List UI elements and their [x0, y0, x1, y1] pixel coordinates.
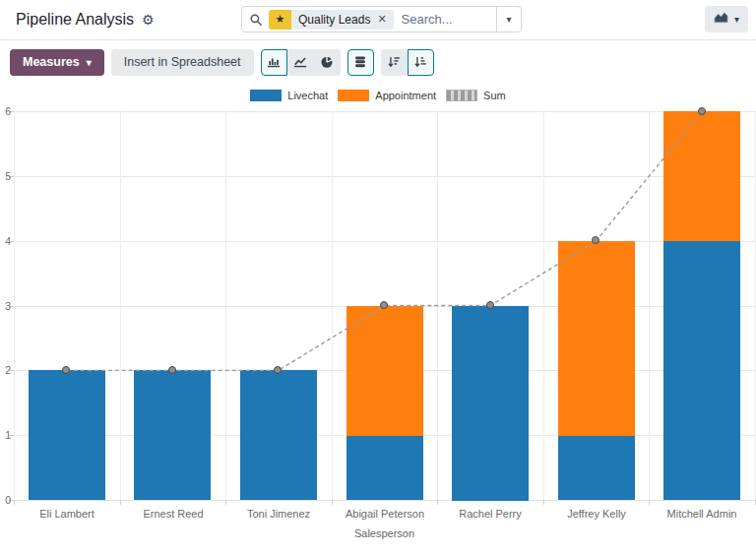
y-tick-label: 5	[0, 170, 11, 182]
control-panel: Measures ▾ Insert in Spreadsheet	[0, 40, 756, 84]
line-chart-icon	[293, 55, 307, 69]
legend-item-appointment[interactable]: Appointment	[338, 90, 436, 101]
page-title: Pipeline Analysis	[16, 11, 134, 29]
legend-swatch	[250, 90, 282, 101]
insert-in-spreadsheet-label: Insert in Spreadsheet	[124, 55, 241, 69]
chart-legend: LivechatAppointmentSum	[0, 90, 756, 101]
breadcrumb: Pipeline Analysis ⚙	[16, 0, 155, 39]
bar-segment	[663, 241, 740, 500]
x-tick-label: Abigail Peterson	[332, 508, 438, 521]
sort-ascending-icon	[413, 55, 427, 69]
bar-segment	[346, 306, 423, 436]
legend-label: Livechat	[287, 90, 328, 101]
bar-segment	[663, 111, 740, 241]
stacked-icon	[353, 55, 367, 69]
x-tick-mark	[437, 500, 438, 505]
x-tick-mark	[14, 500, 15, 505]
x-tick-label: Rachel Perry	[437, 508, 543, 521]
gear-icon[interactable]: ⚙	[142, 13, 155, 27]
sort-ascending-button[interactable]	[408, 49, 434, 76]
insert-in-spreadsheet-button[interactable]: Insert in Spreadsheet	[111, 49, 254, 76]
legend-swatch	[338, 90, 369, 101]
sum-point	[698, 107, 706, 115]
x-tick-label: Eli Lambert	[14, 508, 120, 521]
close-icon[interactable]: ✕	[377, 13, 386, 26]
measures-label: Measures	[23, 55, 80, 69]
bar-segment	[134, 370, 211, 500]
y-tick-label: 2	[0, 364, 11, 376]
stacked-toggle-button[interactable]	[347, 49, 374, 76]
x-tick-mark	[120, 500, 121, 505]
y-tick-label: 1	[0, 429, 11, 441]
sum-point	[168, 366, 176, 374]
sum-point	[592, 236, 599, 244]
area-chart-icon	[714, 10, 728, 29]
x-gridline	[649, 111, 650, 500]
y-tick-label: 6	[0, 105, 11, 117]
bar-segment	[29, 370, 105, 500]
bar-segment	[240, 370, 317, 500]
y-tick-label: 3	[0, 300, 11, 312]
x-gridline	[225, 111, 226, 500]
bar-segment	[346, 435, 423, 500]
search-input[interactable]: Search...	[402, 12, 496, 27]
sort-descending-icon	[387, 55, 401, 69]
y-gridline	[14, 176, 755, 177]
y-tick-label: 0	[0, 494, 11, 506]
x-tick-label: Toni Jimenez	[225, 508, 332, 521]
x-tick-label: Jeffrey Kelly	[543, 508, 650, 521]
x-tick-label: Mitchell Admin	[649, 508, 755, 521]
y-tick-label: 4	[0, 235, 11, 247]
x-tick-mark	[543, 500, 544, 505]
bar-segment	[558, 435, 635, 500]
bar-segment	[452, 306, 529, 501]
view-switcher-button[interactable]: ▾	[705, 6, 748, 32]
x-gridline	[437, 111, 438, 500]
chart-canvas: LivechatAppointmentSum Salesperson 01234…	[0, 84, 756, 555]
search-facet[interactable]: ★ Quality Leads ✕	[269, 10, 394, 30]
bar-chart-icon	[267, 55, 281, 69]
chart-type-group	[261, 49, 341, 76]
x-tick-label: Ernest Reed	[120, 508, 226, 521]
x-tick-mark	[649, 500, 650, 505]
measures-button[interactable]: Measures ▾	[10, 49, 104, 76]
top-bar: Pipeline Analysis ⚙ ★ Quality Leads ✕ Se…	[0, 0, 756, 40]
app-window: Pipeline Analysis ⚙ ★ Quality Leads ✕ Se…	[0, 0, 756, 555]
search-dropdown-toggle[interactable]: ▾	[496, 7, 521, 31]
x-gridline	[120, 111, 121, 500]
sort-descending-button[interactable]	[381, 49, 408, 76]
chevron-down-icon: ▾	[87, 57, 92, 68]
y-gridline	[14, 241, 755, 242]
x-gridline	[543, 111, 544, 500]
pie-chart-icon	[320, 55, 334, 69]
x-gridline	[14, 111, 15, 500]
legend-swatch	[446, 90, 477, 101]
sum-point	[380, 301, 388, 309]
pie-chart-button[interactable]	[314, 49, 341, 76]
y-gridline	[14, 111, 755, 112]
sum-point	[62, 366, 70, 374]
legend-item-sum[interactable]: Sum	[446, 90, 506, 101]
facet-label: Quality Leads	[298, 13, 370, 27]
legend-label: Appointment	[375, 90, 436, 101]
sort-group	[381, 49, 434, 76]
x-axis-title: Salesperson	[14, 527, 755, 539]
x-tick-mark	[332, 500, 333, 505]
sum-point	[486, 301, 494, 309]
x-gridline	[332, 111, 333, 500]
line-chart-button[interactable]	[287, 49, 314, 76]
y-gridline	[14, 500, 755, 501]
bar-segment	[558, 241, 635, 436]
magnifier-icon	[249, 13, 263, 27]
legend-label: Sum	[483, 90, 506, 101]
search-bar[interactable]: ★ Quality Leads ✕ Search... ▾	[241, 6, 522, 32]
sum-point	[274, 366, 282, 374]
legend-item-livechat[interactable]: Livechat	[250, 90, 328, 101]
chevron-down-icon: ▾	[734, 14, 739, 25]
x-tick-mark	[225, 500, 226, 505]
bar-chart-button[interactable]	[261, 49, 287, 76]
star-icon: ★	[269, 10, 291, 30]
chevron-down-icon: ▾	[506, 14, 511, 25]
